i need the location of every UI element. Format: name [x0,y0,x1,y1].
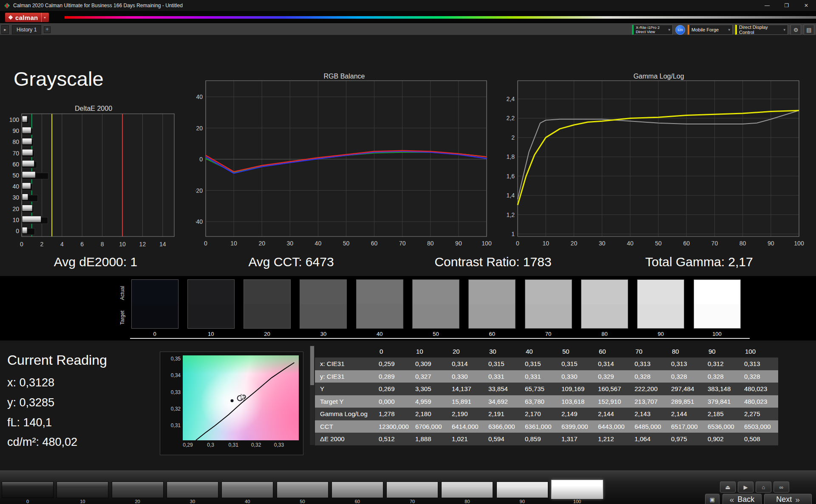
table-cell: 0,975 [669,433,705,445]
pattern-button-100[interactable] [551,480,603,499]
grayscale-swatch-70 [525,279,572,329]
link-icon: ∞ [779,484,783,490]
table-cell: 6485,000 [632,420,669,433]
actual-patch [132,280,178,304]
table-cell: 6536,000 [705,420,742,433]
gamma-x-tick-label: 0 [516,240,519,247]
deltae-bar [22,183,31,189]
gamma-x-tick-label: 90 [768,240,774,247]
maximize-button[interactable]: ❐ [777,0,796,11]
table-cell: 0,329 [595,370,632,383]
gamma-y-tick-label: 1,4 [507,192,515,199]
swatch-level-label: 60 [468,331,516,337]
gamma-x-tick-label: 30 [599,240,606,247]
bottom-bar: 0102030405060708090100 ⏏ ▶ ⌂ ∞ ▣ « Back … [0,470,816,504]
table-cell: 379,841 [705,395,742,408]
table-row-label: Gamma Log/Log [315,408,376,420]
table-cell: 0,328 [669,370,705,383]
calman-logo-menu[interactable]: calman ▾ [5,13,49,22]
target-patch [244,304,290,328]
pattern-button-20[interactable] [112,481,164,498]
history-tab-label: History 1 [17,27,37,33]
gamma-x-tick-label: 60 [683,240,690,247]
table-cell: 0,330 [559,370,595,383]
table-row-label: ΔE 2000 [315,433,376,445]
table-cell: 213,707 [632,395,669,408]
table-cell: 34,692 [486,395,522,408]
deltae-x-tick-label: 8 [101,241,104,248]
home-button[interactable]: ⌂ [756,481,771,493]
swatch-level-label: 90 [637,331,684,337]
deltae-level-label: 100 [9,116,20,123]
pattern-button-40[interactable] [221,481,273,498]
table-cell: 0,315 [522,358,559,370]
close-button[interactable]: ✕ [796,0,816,11]
workspace-button[interactable]: ▤ [804,25,814,35]
page-title: Grayscale [14,67,104,90]
target-patch [300,304,346,328]
tab-history-1[interactable]: History 1 [12,25,41,34]
table-cell: 2,185 [705,408,742,420]
double-chevron-right-icon: » [795,495,800,504]
pattern-button-label: 50 [277,499,329,504]
rgb-x-tick-label: 80 [427,240,434,247]
link-button[interactable]: ∞ [774,481,789,493]
table-cell: 1,212 [595,433,632,445]
deltae-level-label: 90 [12,127,19,134]
pattern-button-10[interactable] [57,481,108,498]
cie-y-axis: 0,350,340,330,320,31 [162,352,181,455]
rgb-x-tick-label: 60 [371,240,378,247]
layout-grid-button[interactable]: ▣ [705,494,720,504]
table-col-header: 60 [595,346,632,358]
pattern-button-30[interactable] [167,481,218,498]
table-cell: 222,200 [632,383,669,395]
table-cell: 103,618 [559,395,595,408]
pattern-button-label: 90 [496,499,548,504]
minimize-button[interactable]: — [757,0,777,11]
gamma-x-tick-label: 10 [542,240,549,247]
deltae-level-label: 50 [12,172,19,179]
back-button[interactable]: « Back [722,494,762,504]
pattern-button-90[interactable] [496,481,548,498]
next-label: Next [776,495,792,504]
swatch-level-label: 40 [356,331,403,337]
play-icon: ▶ [744,484,748,490]
pattern-button-label: 60 [332,499,383,504]
table-col-header: 40 [522,346,559,358]
cie-x-tick-label: 0,32 [248,442,265,448]
table-cell: 65,735 [522,383,559,395]
pattern-button-80[interactable] [441,481,493,498]
display-control-dropdown[interactable]: Direct Display Control ▾ [735,25,788,35]
pattern-button-60[interactable] [332,481,383,498]
table-cell: 6443,000 [595,420,632,433]
meter-status-badge[interactable]: 120 [675,25,685,35]
pattern-button-50[interactable] [277,481,329,498]
actual-patch [638,280,684,304]
pattern-button-0[interactable] [2,481,54,498]
back-label: Back [737,495,754,504]
cie-x-tick-label: 0,31 [225,442,242,448]
table-scrollbar-thumb[interactable] [310,346,314,385]
cie-x-tick-label: 0,29 [179,442,196,448]
source-dropdown[interactable]: Mobile Forge ▾ [688,25,733,35]
deltae-bar [22,149,33,156]
table-cell: 0,328 [632,370,669,383]
rgb-x-tick-label: 70 [399,240,406,247]
add-tab-button[interactable]: + [44,26,51,33]
meter-mode: Direct View [636,30,660,34]
settings-button[interactable]: ⚙ [790,25,801,35]
table-scrollbar[interactable] [310,346,314,445]
table-cell: 297,484 [669,383,705,395]
next-button[interactable]: Next » [764,494,812,504]
target-patch [694,304,740,328]
actual-patch [413,280,459,304]
play-button[interactable]: ▶ [738,481,754,493]
deltae-bar [22,216,41,222]
expand-panel-button[interactable]: ▸ [1,25,9,34]
pattern-button-70[interactable] [386,481,438,498]
eject-button[interactable]: ⏏ [720,481,736,493]
deltae-level-label: 80 [12,138,19,145]
deltae-x-tick-label: 4 [60,241,64,248]
chevron-down-icon: ▾ [783,28,785,32]
meter-dropdown[interactable]: X-Rite i1Pro 2 Direct View ▾ [632,25,673,35]
